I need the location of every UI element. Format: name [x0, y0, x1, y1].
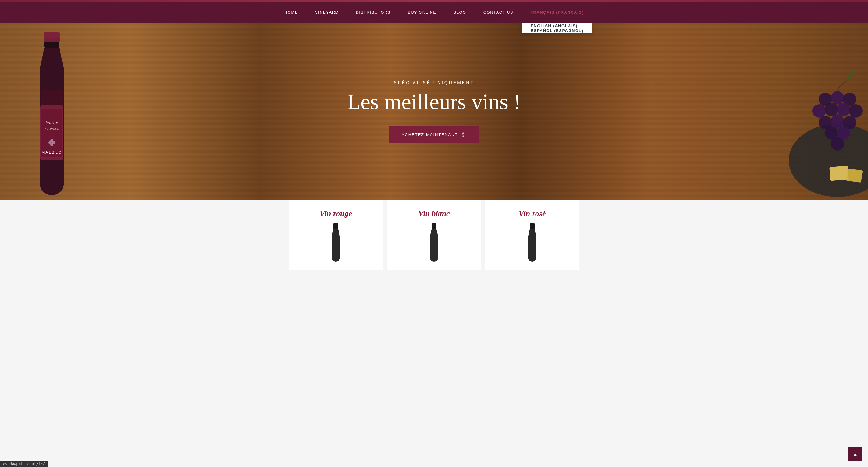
card-vin-rouge: Vin rouge [288, 200, 383, 270]
grapes-svg [752, 63, 868, 200]
nav-link-vineyard[interactable]: VINEYARD [307, 2, 347, 23]
wine-glass-icon: 🍷 [461, 132, 466, 137]
svg-point-17 [837, 103, 850, 116]
svg-text:MALBEC: MALBEC [41, 150, 62, 155]
svg-point-18 [849, 104, 863, 118]
svg-rect-2 [41, 108, 62, 157]
card-title-vin-rouge: Vin rouge [320, 209, 352, 218]
nav-link-buy-online[interactable]: BUY ONLINE [399, 2, 445, 23]
svg-point-20 [831, 114, 844, 128]
nav-links: HOME VINEYARD DISTRIBUTORS BUY ONLINE BL… [276, 2, 592, 23]
hero-cta-label: ACHETEZ MAINTENANT [402, 132, 458, 137]
svg-rect-27 [333, 223, 338, 229]
bottle-blanc-svg [425, 223, 443, 263]
hero-bottle: Winery BY AVADA MALBEC [18, 29, 85, 200]
svg-point-13 [831, 91, 844, 105]
nav-link-home[interactable]: HOME [276, 2, 307, 23]
svg-text:BY AVADA: BY AVADA [45, 128, 59, 130]
hero-cta-button[interactable]: ACHETEZ MAINTENANT 🍷 [390, 126, 479, 143]
svg-rect-10 [44, 32, 60, 42]
svg-rect-28 [432, 223, 436, 229]
main-nav: HOME VINEYARD DISTRIBUTORS BUY ONLINE BL… [0, 2, 868, 23]
bottle-rose-svg [523, 223, 541, 263]
svg-rect-25 [829, 166, 849, 181]
svg-point-8 [50, 143, 53, 146]
nav-item-home[interactable]: HOME [276, 2, 307, 23]
svg-point-15 [812, 104, 826, 118]
nav-item-contact[interactable]: CONTACT US [475, 2, 522, 23]
hero-content: SPÉCIALISÉ UNIQUEMENT Les meilleurs vins… [347, 80, 521, 143]
nav-link-distributors[interactable]: DISTRIBUTORS [347, 2, 399, 23]
card-vin-rose: Vin rosé [485, 200, 580, 270]
hero-subtitle: SPÉCIALISÉ UNIQUEMENT [347, 80, 521, 85]
svg-point-24 [831, 137, 844, 151]
nav-link-contact[interactable]: CONTACT US [475, 2, 522, 23]
bottle-svg: Winery BY AVADA MALBEC [18, 29, 85, 200]
card-title-vin-rose: Vin rosé [519, 209, 546, 218]
nav-item-buy-online[interactable]: BUY ONLINE [399, 2, 445, 23]
hero-grapes [752, 63, 868, 200]
cards-section: Vin rouge Vin blanc Vin rosé [0, 200, 868, 270]
bottle-rouge-svg [327, 223, 345, 263]
nav-item-blog[interactable]: BLOG [445, 2, 475, 23]
svg-rect-26 [846, 169, 863, 183]
lang-option-english[interactable]: ENGLISH (ANGLAIS) [522, 24, 592, 28]
card-bottle-vin-rouge [327, 223, 345, 264]
nav-link-lang[interactable]: FRANÇAIS (FRANÇAIS) [522, 2, 592, 23]
svg-rect-29 [530, 223, 535, 229]
svg-point-16 [825, 103, 838, 116]
card-title-vin-blanc: Vin blanc [418, 209, 450, 218]
lang-dropdown: ENGLISH (ANGLAIS) ESPAÑOL (ESPAGNOL) [522, 23, 592, 33]
hero-section: Winery BY AVADA MALBEC [0, 23, 868, 200]
nav-item-lang[interactable]: FRANÇAIS (FRANÇAIS) ENGLISH (ANGLAIS) ES… [522, 2, 592, 23]
svg-text:Winery: Winery [46, 120, 58, 125]
card-bottle-vin-blanc [425, 223, 443, 264]
nav-item-distributors[interactable]: DISTRIBUTORS [347, 2, 399, 23]
card-bottle-vin-rose [523, 223, 541, 264]
nav-item-vineyard[interactable]: VINEYARD [307, 2, 347, 23]
lang-option-spanish[interactable]: ESPAÑOL (ESPAGNOL) [522, 28, 592, 33]
hero-title: Les meilleurs vins ! [347, 90, 521, 114]
nav-link-blog[interactable]: BLOG [445, 2, 475, 23]
card-vin-blanc: Vin blanc [387, 200, 481, 270]
